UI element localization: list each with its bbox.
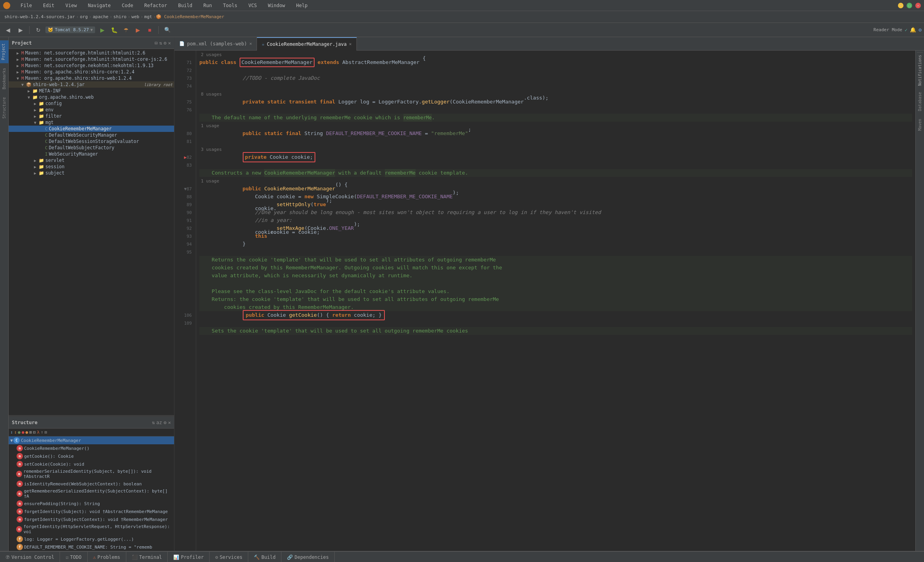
- menu-refactor[interactable]: Refactor: [142, 2, 169, 9]
- list-item[interactable]: C CookieRememberMeManager: [9, 126, 174, 132]
- expand-arrow[interactable]: ▶: [17, 70, 21, 74]
- coverage-button[interactable]: ☂: [120, 24, 131, 36]
- list-item[interactable]: C DefaultWebSubjectFactory: [9, 145, 174, 151]
- expand-arrow[interactable]: ▶: [17, 64, 21, 68]
- list-item[interactable]: ▶ 📁 config: [9, 100, 174, 107]
- dependencies-tab[interactable]: 🔗 Dependencies: [281, 552, 335, 562]
- struct-filter2-icon[interactable]: ●: [22, 430, 24, 435]
- struct-method-item[interactable]: m isIdentityRemoved(WebSubjectContext): …: [9, 480, 174, 488]
- struct-sort2-icon[interactable]: ↕: [14, 430, 17, 435]
- breadcrumb-apache[interactable]: apache: [92, 14, 110, 19]
- struct-method-item[interactable]: m rememberSerializedIdentity(Subject, by…: [9, 468, 174, 480]
- profiler-tab[interactable]: 📊 Profiler: [168, 552, 210, 562]
- breadcrumb-shiro[interactable]: shiro: [112, 14, 127, 19]
- breadcrumb-class[interactable]: 🍪 CookieRememberMeManager: [156, 14, 224, 19]
- struct-method-item[interactable]: m forgetIdentity(Subject): void †Abstrac…: [9, 507, 174, 515]
- reader-mode-check[interactable]: ✓: [905, 27, 907, 33]
- debug-button[interactable]: 🐛: [109, 24, 120, 36]
- sort-icon[interactable]: ⇅: [159, 40, 162, 46]
- struct-settings-icon[interactable]: ⚙: [164, 420, 167, 425]
- struct-method-item[interactable]: m forgetIdentity(HttpServletRequest, Htt…: [9, 523, 174, 535]
- struct-inherited-icon[interactable]: ↑: [41, 430, 43, 435]
- struct-method-item[interactable]: m getRememberedSerializedIdentity(Subjec…: [9, 488, 174, 500]
- struct-anon-icon[interactable]: λ: [37, 430, 39, 435]
- menu-edit[interactable]: Edit: [41, 2, 57, 9]
- list-item[interactable]: ▶ M Maven: net.sourceforge.htmlunit:html…: [9, 56, 174, 62]
- menu-run[interactable]: Run: [201, 2, 214, 9]
- expand-arrow[interactable]: ▶: [34, 165, 39, 169]
- menu-help[interactable]: Help: [294, 2, 310, 9]
- menu-build[interactable]: Build: [176, 2, 195, 9]
- expand-arrow[interactable]: ▼: [17, 76, 21, 81]
- struct-fields-icon[interactable]: ⊞: [45, 430, 47, 435]
- tab-pom-xml[interactable]: 📄 pom.xml (samples-web) ✕: [174, 37, 257, 51]
- code-content[interactable]: 2 usages public class CookieRememberMeMa…: [196, 51, 915, 551]
- expand-arrow[interactable]: ▶: [34, 101, 39, 106]
- expand-arrow[interactable]: ▶: [17, 57, 21, 62]
- expand-arrow[interactable]: ▼: [34, 120, 39, 125]
- list-item[interactable]: ▶ 📁 subject: [9, 170, 174, 176]
- ide-settings-icon[interactable]: ⚙: [918, 27, 922, 33]
- settings-gear-icon[interactable]: ⚙: [164, 40, 167, 46]
- tab-cookie-manager[interactable]: ☕ CookieRememberMeManager.java ✕: [257, 37, 357, 51]
- struct-collapse-icon[interactable]: ⊟: [33, 430, 36, 435]
- struct-field-item[interactable]: f log: Logger = LoggerFactory.getLogger(…: [9, 535, 174, 543]
- list-item[interactable]: C DefaultWebSessionStorageEvaluator: [9, 138, 174, 145]
- menu-file[interactable]: File: [18, 2, 34, 9]
- stop-button[interactable]: ■: [144, 24, 155, 36]
- expand-arrow[interactable]: ▶: [34, 171, 39, 175]
- structure-tab-left[interactable]: Structure: [1, 94, 7, 122]
- menu-vcs[interactable]: VCS: [246, 2, 259, 9]
- bookmarks-tab[interactable]: Bookmarks: [1, 65, 7, 92]
- breadcrumb-mgt[interactable]: mgt: [143, 14, 154, 19]
- breadcrumb-org[interactable]: org: [79, 14, 89, 19]
- struct-filter1-icon[interactable]: ●: [18, 430, 21, 435]
- breadcrumb-web[interactable]: web: [130, 14, 141, 19]
- breadcrumb-jar[interactable]: shiro-web-1.2.4-sources.jar: [3, 14, 76, 19]
- expand-arrow[interactable]: ▶: [34, 114, 39, 118]
- sort-alpha-icon[interactable]: az: [156, 420, 162, 425]
- list-item[interactable]: ▶ 📁 session: [9, 164, 174, 170]
- struct-expand-icon[interactable]: ⊞: [29, 430, 32, 435]
- menu-code[interactable]: Code: [120, 2, 136, 9]
- list-item[interactable]: ▼ M Maven: org.apache.shiro:shiro-web:1.…: [9, 75, 174, 81]
- close-button[interactable]: ✕: [915, 3, 921, 8]
- forward-button[interactable]: ▶: [15, 24, 26, 36]
- list-item[interactable]: ▶ 📁 META-INF: [9, 88, 174, 94]
- struct-method-item[interactable]: m ensurePadding(String): String: [9, 500, 174, 507]
- terminal-tab[interactable]: ⬛ Terminal: [126, 552, 168, 562]
- struct-field-item[interactable]: f DEFAULT_REMEMBER_ME_COOKIE_NAME: Strin…: [9, 543, 174, 551]
- notifications-tab[interactable]: Notifications: [917, 52, 923, 88]
- notifications-icon[interactable]: 🔔: [910, 27, 916, 33]
- list-item[interactable]: ▼ 📁 mgt: [9, 119, 174, 126]
- struct-filter3-icon[interactable]: ●: [26, 430, 28, 435]
- struct-class-item[interactable]: ▼ C CookieRememberMeManager: [9, 436, 174, 444]
- profile-button[interactable]: ▶: [132, 24, 143, 36]
- todo-tab[interactable]: ☑ TODO: [60, 552, 87, 562]
- maven-tab[interactable]: Maven: [917, 117, 923, 133]
- struct-method-item[interactable]: m getCookie(): Cookie: [9, 452, 174, 460]
- list-item[interactable]: ▶ M Maven: net.sourceforge.nekohtml:neko…: [9, 62, 174, 69]
- expand-arrow[interactable]: ▶: [28, 89, 32, 93]
- list-item[interactable]: ▶ M Maven: net.sourceforge.htmlunit:html…: [9, 50, 174, 56]
- close-tab-icon[interactable]: ✕: [349, 41, 352, 47]
- expand-arrow[interactable]: ▼: [28, 95, 32, 100]
- project-tab[interactable]: Project: [0, 40, 9, 63]
- struct-method-item[interactable]: m forgetIdentity(SubjectContext): void †…: [9, 515, 174, 523]
- minimize-button[interactable]: ─: [898, 3, 903, 8]
- list-item[interactable]: C DefaultWebSecurityManager: [9, 132, 174, 138]
- search-everywhere-button[interactable]: 🔍: [162, 24, 173, 36]
- problems-tab[interactable]: ⚠ Problems: [88, 552, 126, 562]
- list-item[interactable]: ▼ 📦 shiro-web-1.2.4.jar library root: [9, 81, 174, 88]
- expand-arrow[interactable]: ▶: [17, 51, 21, 55]
- menu-window[interactable]: Window: [266, 2, 287, 9]
- list-item[interactable]: ▶ 📁 servlet: [9, 157, 174, 164]
- maximize-button[interactable]: □: [907, 3, 912, 8]
- sort-by-type-icon[interactable]: ⇅: [152, 420, 155, 425]
- expand-arrow[interactable]: ▼: [21, 83, 26, 87]
- close-tab-icon[interactable]: ✕: [249, 41, 252, 46]
- list-item[interactable]: ▶ M Maven: org.apache.shiro:shiro-core:1…: [9, 69, 174, 75]
- expand-arrow[interactable]: ▶: [34, 158, 39, 163]
- expand-arrow[interactable]: ▶: [34, 108, 39, 112]
- build-tab[interactable]: 🔨 Build: [248, 552, 281, 562]
